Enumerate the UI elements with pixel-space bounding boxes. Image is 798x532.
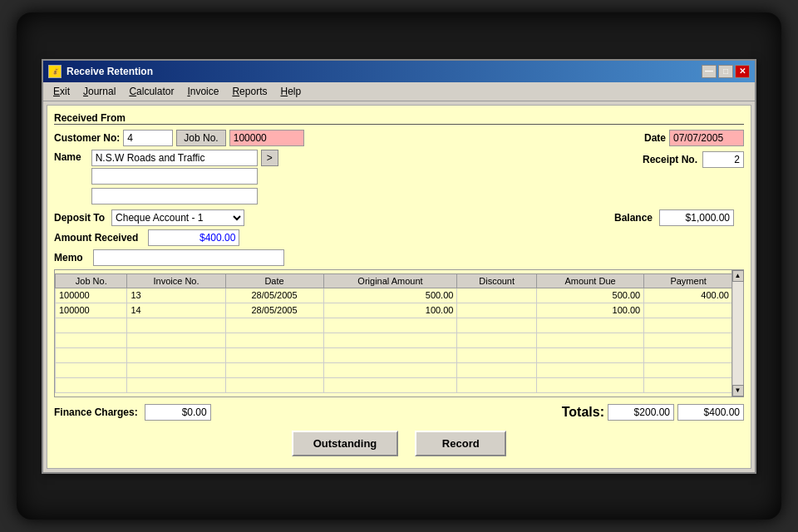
table-cell (644, 318, 743, 332)
table-cell (323, 362, 457, 377)
table-cell: 100.00 (323, 303, 457, 318)
date-input[interactable] (669, 130, 744, 146)
date-label: Date (644, 132, 666, 144)
table-cell: 100000 (56, 303, 127, 318)
outstanding-button[interactable]: Outstanding (292, 431, 399, 456)
table-cell (127, 377, 225, 392)
table-cell (56, 347, 127, 362)
table-cell (536, 318, 643, 332)
table-cell (225, 362, 323, 377)
col-original-amount: Original Amount (323, 273, 457, 288)
name-row: Name > Receipt No. (54, 150, 744, 206)
record-button[interactable]: Record (415, 431, 506, 456)
table-cell (644, 303, 743, 318)
main-content: Received From Customer No: Job No. Date … (47, 105, 751, 469)
table-scrollbar[interactable]: ▲ ▼ (732, 270, 743, 397)
finance-input[interactable] (145, 404, 211, 421)
table-row[interactable]: 1000001428/05/2005100.00100.00 (56, 303, 743, 318)
menu-reports[interactable]: Reports (225, 84, 273, 99)
bottom-section: Finance Charges: Totals: (54, 401, 744, 424)
table-cell: 100000 (56, 288, 127, 303)
table-cell (323, 318, 457, 332)
table-cell: 13 (127, 288, 225, 303)
window-icon: 💰 (48, 65, 62, 78)
name-label: Name (54, 151, 81, 163)
memo-row: Memo (54, 249, 744, 266)
table-cell: 500.00 (536, 288, 643, 303)
job-no-button[interactable]: Job No. (176, 130, 225, 146)
col-payment: Payment (644, 273, 743, 288)
section-header: Received From (54, 112, 744, 125)
table-cell (127, 318, 225, 332)
receipt-no-input[interactable] (702, 151, 744, 168)
menu-invoice[interactable]: Invoice (180, 84, 225, 99)
table-cell (457, 377, 536, 392)
col-job-no: Job No. (56, 273, 127, 288)
title-bar: 💰 Receive Retention — □ ✕ (43, 61, 755, 82)
table-row[interactable] (56, 318, 743, 332)
table-cell (56, 377, 127, 392)
memo-input[interactable] (93, 249, 284, 266)
table-row[interactable] (56, 347, 743, 362)
amount-row: Amount Received (54, 229, 744, 246)
col-invoice-no: Invoice No. (127, 273, 225, 288)
minimize-button[interactable]: — (702, 65, 717, 78)
maximize-button[interactable]: □ (718, 65, 733, 78)
table-cell: 28/05/2005 (225, 288, 323, 303)
col-date: Date (225, 273, 323, 288)
menu-bar: Exit Journal Calculator Invoice Reports … (43, 82, 755, 101)
table-row[interactable]: 1000001328/05/2005500.00500.00400.00 (56, 288, 743, 303)
balance-label: Balance (614, 212, 653, 224)
window-title: Receive Retention (66, 66, 153, 77)
scroll-track (733, 282, 743, 385)
table-cell (127, 347, 225, 362)
table-cell (457, 347, 536, 362)
job-no-input[interactable] (229, 130, 304, 146)
menu-journal[interactable]: Journal (76, 84, 122, 99)
table-cell (225, 318, 323, 332)
menu-help[interactable]: Help (273, 84, 308, 99)
title-bar-left: 💰 Receive Retention (48, 65, 153, 78)
table-cell (457, 318, 536, 332)
table-cell (323, 332, 457, 347)
table-row[interactable] (56, 362, 743, 377)
table-cell (457, 362, 536, 377)
menu-calculator[interactable]: Calculator (122, 84, 180, 99)
table-cell (644, 377, 743, 392)
table-cell: 100.00 (536, 303, 643, 318)
table-cell (56, 332, 127, 347)
table-cell: 14 (127, 303, 225, 318)
balance-input (659, 209, 734, 226)
table-cell (323, 347, 457, 362)
totals-section: Totals: (562, 404, 744, 421)
amount-label: Amount Received (54, 232, 138, 244)
customer-no-label: Customer No: (54, 132, 120, 144)
table-row[interactable] (56, 332, 743, 347)
table-cell: 28/05/2005 (225, 303, 323, 318)
table-cell (457, 332, 536, 347)
table-cell (225, 332, 323, 347)
invoice-table: Job No. Invoice No. Date Original Amount… (55, 273, 743, 393)
table-cell (457, 288, 536, 303)
table-cell (127, 332, 225, 347)
main-window: 💰 Receive Retention — □ ✕ Exit Journal C… (42, 59, 756, 474)
deposit-dropdown[interactable]: Cheque Account - 1 (111, 209, 244, 226)
table-row[interactable] (56, 377, 743, 392)
table-cell (536, 332, 643, 347)
customer-no-input[interactable] (123, 130, 173, 146)
col-amount-due: Amount Due (536, 273, 643, 288)
name-arrow-button[interactable]: > (261, 150, 278, 166)
amount-input[interactable] (148, 229, 239, 246)
name-input[interactable] (91, 150, 258, 166)
receipt-no-label: Receipt No. (643, 154, 697, 165)
name-sub2-input[interactable] (91, 188, 258, 204)
scroll-down-arrow[interactable]: ▼ (732, 385, 744, 397)
table-cell (536, 362, 643, 377)
close-button[interactable]: ✕ (735, 65, 750, 78)
total2-input (677, 404, 744, 421)
scroll-up-arrow[interactable]: ▲ (732, 270, 744, 282)
name-sub1-input[interactable] (91, 168, 258, 185)
table-cell (56, 362, 127, 377)
table-cell (323, 377, 457, 392)
menu-exit[interactable]: Exit (47, 84, 76, 99)
